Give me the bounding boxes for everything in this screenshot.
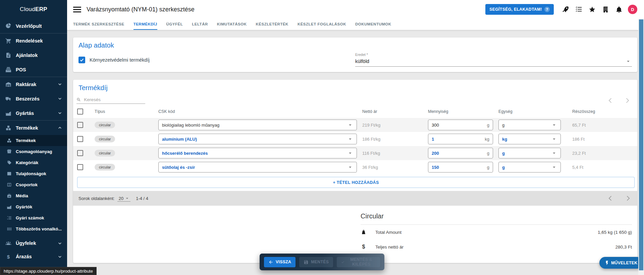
- tab-kimutatasok[interactable]: KIMUTATÁSOK: [217, 19, 247, 30]
- check-icon: [79, 58, 84, 62]
- sidebar-item-ajanlatok[interactable]: Ajánlatok: [0, 48, 67, 62]
- sidebar-subitem-kategoriak[interactable]: Kategóriák: [0, 157, 67, 168]
- sidebar-item-raktarak[interactable]: Raktárak: [0, 77, 67, 91]
- csk-code-value: alumínium (ALU): [162, 137, 197, 142]
- chevron-down-icon: [551, 150, 557, 156]
- summary-title: Circular: [361, 212, 632, 225]
- tab-dokumentumok[interactable]: DOKUMENTUMOK: [355, 19, 391, 30]
- add-item-button[interactable]: + TÉTEL HOZZÁADÁS: [77, 177, 635, 188]
- search-field[interactable]: [76, 97, 145, 104]
- rocket-icon[interactable]: [562, 6, 569, 13]
- net-price: 116 Ft/kg: [362, 151, 428, 156]
- quantity-input-box: g: [428, 148, 493, 158]
- tab-leltar[interactable]: LELTÁR: [192, 19, 208, 30]
- quantity-input[interactable]: [432, 137, 469, 142]
- actions-button-label: MŰVELETEK: [611, 261, 638, 265]
- sidebar-item-rendelesek[interactable]: Rendelések: [0, 33, 67, 48]
- save-and-exit-button[interactable]: MENTÉS & KILÉPÉS: [337, 257, 380, 267]
- fee-table-header: Típus CSK kód Nettó ár Mennyiség Egység …: [73, 105, 637, 118]
- tab-termekdij[interactable]: TERMÉKDÍJ: [133, 19, 157, 30]
- csk-code-select[interactable]: sütőolaj és -zsír: [158, 162, 357, 173]
- row-checkbox[interactable]: [77, 164, 83, 170]
- star-icon[interactable]: [589, 6, 596, 13]
- back-button[interactable]: VISSZA: [264, 257, 296, 267]
- save-button[interactable]: MENTÉS: [299, 257, 333, 267]
- user-avatar[interactable]: D: [628, 5, 637, 14]
- hamburger-menu-icon[interactable]: [73, 5, 81, 14]
- row-checkbox[interactable]: [77, 136, 83, 142]
- sidebar-subitem-csomagoloanyag[interactable]: Csomagolóanyag: [0, 146, 67, 157]
- csk-code-select[interactable]: alumínium (ALU): [158, 134, 357, 144]
- page-prev-icon[interactable]: [607, 195, 614, 202]
- origin-select[interactable]: külföld: [355, 57, 632, 67]
- actions-button[interactable]: MŰVELETEK: [599, 257, 643, 269]
- chevron-down-icon: [57, 96, 62, 101]
- row-checkbox[interactable]: [77, 150, 83, 156]
- attributes-list-icon: [7, 171, 12, 176]
- sidebar-item-termekek[interactable]: Termékek: [0, 121, 67, 135]
- sidebar-subitem-csoportok[interactable]: Csoportok: [0, 179, 67, 190]
- sidebar-item-arazas[interactable]: $ Árazás: [0, 250, 67, 263]
- select-all-checkbox[interactable]: [77, 109, 83, 115]
- search-input[interactable]: [84, 97, 145, 102]
- factory-icon: [5, 110, 11, 116]
- unit-select[interactable]: kg: [498, 134, 561, 144]
- type-chip: circular: [95, 136, 115, 142]
- quantity-input[interactable]: [432, 165, 469, 170]
- bell-icon[interactable]: [615, 6, 623, 13]
- quantity-unit-suffix: g: [487, 151, 489, 156]
- warehouse-icon: [5, 81, 11, 87]
- tab-termek-szerkesztese[interactable]: TERMÉK SZERKESZTÉSE: [73, 19, 124, 30]
- page-next-icon[interactable]: [624, 97, 631, 104]
- subtotal: 23,2 Ft: [569, 151, 635, 156]
- row-checkbox[interactable]: [77, 122, 83, 128]
- tab-keszlet-foglalasok[interactable]: KÉSZLET FOGLALÁSOK: [298, 19, 346, 30]
- scrollbar-track[interactable]: [638, 19, 644, 275]
- numbered-list-icon: [7, 215, 12, 220]
- sidebar-item-vezerlopult[interactable]: Vezérlőpult: [0, 19, 67, 33]
- sidebar-subitem-tobbszoros-vonalkod[interactable]: Többszörös vonalkó...: [0, 223, 67, 234]
- sidebar-subitem-gyari-szamok[interactable]: Gyári számok: [0, 212, 67, 223]
- app-logo: CloudERP: [0, 0, 67, 19]
- tab-keszletertek[interactable]: KÉSZLETÉRTÉK: [256, 19, 288, 30]
- building-icon[interactable]: [602, 6, 609, 13]
- help-button[interactable]: SEGÍTSÉG, ELAKADTAM! ?: [485, 4, 554, 15]
- search-icon: [76, 97, 81, 102]
- csk-code-select[interactable]: hőcserélő berendezés: [158, 148, 357, 158]
- product-fee-card: Termékdíj Típus CSK kód Nettó ár Mennyis…: [73, 80, 637, 263]
- tasks-checklist-icon[interactable]: [575, 6, 582, 13]
- quantity-input[interactable]: [432, 123, 469, 128]
- pagination-bar: Sorok oldalanként: 20 1-4 / 4: [73, 191, 637, 206]
- unit-select[interactable]: g: [498, 148, 561, 158]
- sidebar-subitem-media[interactable]: Média: [0, 190, 67, 201]
- summary-row-total-amount: Total Amount 1,65 kg (1 650 g): [361, 225, 632, 239]
- csk-code-select[interactable]: biológiailag lebomló műanyag: [158, 120, 357, 130]
- scrollbar-thumb[interactable]: [639, 19, 643, 270]
- environmental-fee-checkbox[interactable]: [78, 57, 85, 63]
- quantity-input[interactable]: [432, 151, 469, 156]
- floating-action-bar: VISSZA MENTÉS MENTÉS & KILÉPÉS: [260, 254, 384, 270]
- origin-select-value: külföld: [355, 59, 369, 64]
- question-icon: ?: [544, 7, 550, 12]
- sidebar-subitem-tulajdonsagok[interactable]: Tulajdonságok: [0, 168, 67, 179]
- unit-select[interactable]: g: [498, 162, 561, 173]
- save-button-label: MENTÉS: [311, 260, 329, 264]
- tab-ugyfel[interactable]: ÜGYFÉL: [166, 19, 183, 30]
- summary-row-net-price: $ Teljes nettó ár 280,3 Ft: [361, 239, 632, 254]
- rows-per-page-select[interactable]: 20: [117, 195, 130, 202]
- origin-field-label: Eredet *: [355, 53, 632, 57]
- unit-select[interactable]: g: [498, 120, 561, 130]
- sidebar-item-label: Rendelések: [16, 38, 43, 44]
- sidebar-item-beszerzes[interactable]: Beszerzés: [0, 91, 67, 106]
- sidebar-item-gyartas[interactable]: Gyártás: [0, 106, 67, 120]
- page-prev-icon[interactable]: [607, 97, 614, 104]
- sidebar-subitem-termekek[interactable]: Termékek: [0, 135, 67, 146]
- subtotal: 5,4 Ft: [569, 165, 635, 170]
- page-next-icon[interactable]: [625, 195, 631, 202]
- sidebar-subitem-label: Média: [16, 193, 28, 198]
- sidebar-subitem-gyartok[interactable]: Gyártók: [0, 201, 67, 212]
- quantity-unit-suffix: g: [487, 123, 489, 128]
- unit-value: g: [502, 151, 505, 156]
- sidebar-item-pos[interactable]: POS: [0, 62, 67, 77]
- sidebar-item-ugyfelek[interactable]: Ügyfelek: [0, 236, 67, 250]
